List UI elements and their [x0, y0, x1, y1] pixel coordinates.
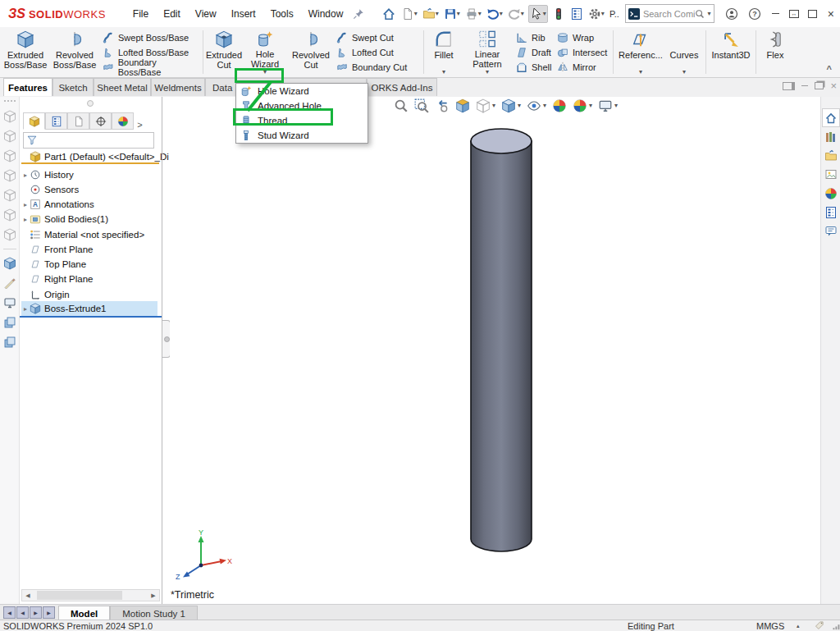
redo-button[interactable]: ▾	[507, 6, 525, 22]
tab-solidworks-add-ins[interactable]: ORKS Add-Ins	[367, 78, 437, 96]
tab-featuremanager-tree[interactable]	[23, 112, 45, 130]
wireframe-cube-icon[interactable]	[3, 130, 16, 143]
chevron-down-icon[interactable]: ▾	[707, 11, 710, 17]
maximize-button[interactable]	[803, 5, 821, 23]
chevron-down-icon[interactable]: ▾	[492, 103, 495, 109]
select-view-cube-icon[interactable]	[3, 257, 16, 270]
chevron-down-icon[interactable]: ▾	[543, 103, 546, 109]
file-explorer-icon[interactable]	[822, 146, 840, 165]
tab-model[interactable]: Model	[58, 606, 110, 620]
extruded-boss-base-button[interactable]: Extruded Boss/Base	[2, 27, 49, 77]
tree-horizontal-scrollbar[interactable]: ◀ ▶	[21, 589, 160, 601]
tree-item-solid-bodies[interactable]: ▸ Solid Bodies(1)	[21, 212, 108, 226]
mirror-button[interactable]: Mirror	[555, 60, 610, 75]
wireframe-cube-icon[interactable]	[3, 189, 16, 202]
design-library-icon[interactable]	[822, 127, 840, 146]
chevron-down-icon[interactable]: ▾	[614, 103, 618, 109]
scroll-right-icon[interactable]: ▶	[148, 592, 159, 599]
wireframe-cube-icon[interactable]	[3, 208, 16, 222]
curves-button[interactable]: Curves ▾	[665, 27, 703, 77]
rollback-bar[interactable]	[20, 316, 162, 318]
login-account-icon[interactable]	[724, 6, 739, 22]
tab-motion-study-1[interactable]: Motion Study 1	[110, 606, 198, 620]
tree-item-front-plane[interactable]: Front Plane	[21, 242, 93, 257]
apply-scene-icon[interactable]: ▾	[573, 98, 592, 113]
document-restore-icon[interactable]	[815, 82, 824, 89]
tab-features[interactable]: Features	[3, 78, 52, 96]
zoom-to-area-icon[interactable]	[414, 98, 429, 113]
task-pane-home-icon[interactable]	[822, 108, 840, 127]
tree-item-origin[interactable]: Origin	[21, 287, 70, 302]
reference-geometry-button[interactable]: Referenc... ▾	[616, 27, 665, 77]
tag-icon[interactable]	[815, 620, 824, 630]
tree-item-boss-extrude1[interactable]: ▸ Boss-Extrude1	[21, 301, 158, 316]
search-commands-box[interactable]: Search Comi ▾	[625, 4, 714, 23]
intersect-button[interactable]: Intersect	[555, 45, 610, 60]
flex-button[interactable]: Flex	[759, 27, 792, 77]
cylinder-model[interactable]	[463, 125, 539, 560]
scrollbar-track[interactable]	[34, 590, 148, 601]
tab-sheet-metal[interactable]: Sheet Metal	[94, 78, 151, 96]
undo-button[interactable]: ▾	[486, 6, 504, 22]
search-input[interactable]: Search Comi	[643, 9, 696, 19]
display-style-icon[interactable]: ▾	[501, 98, 521, 113]
rebuild-traffic-light-icon[interactable]	[551, 6, 566, 22]
expand-arrow-icon[interactable]: ▸	[21, 305, 30, 313]
menu-item-advanced-hole[interactable]: Advanced Hole	[236, 98, 368, 113]
linear-pattern-flyout-arrow[interactable]: ▾	[486, 69, 489, 75]
zoom-to-fit-icon[interactable]	[394, 98, 409, 113]
more-tabs-chevron[interactable]: >	[134, 120, 146, 130]
menu-insert[interactable]: Insert	[224, 5, 263, 23]
print-button[interactable]: ▾	[464, 6, 482, 22]
next-tab-button[interactable]: ▶	[30, 606, 42, 619]
paste-appearance-icon[interactable]	[3, 336, 16, 349]
tree-item-right-plane[interactable]: Right Plane	[21, 272, 93, 286]
chevron-down-icon[interactable]: ▾	[518, 103, 521, 109]
save-button[interactable]: ▾	[443, 6, 461, 22]
panel-resize-handle[interactable]	[87, 100, 94, 107]
chevron-down-icon[interactable]: ▾	[500, 11, 503, 17]
chevron-down-icon[interactable]: ▾	[601, 11, 605, 17]
tree-item-material[interactable]: Material <not specified>	[21, 227, 144, 242]
tab-dimxpert-manager[interactable]	[89, 112, 112, 130]
swept-boss-base-button[interactable]: Swept Boss/Base	[100, 30, 200, 45]
pin-menu-icon[interactable]	[352, 7, 365, 21]
chevron-down-icon[interactable]: ▾	[521, 11, 524, 17]
reference-flyout-arrow[interactable]: ▾	[639, 69, 642, 75]
restore-button[interactable]: ↔	[785, 5, 803, 23]
help-icon[interactable]	[747, 6, 762, 22]
lofted-cut-button[interactable]: Lofted Cut	[334, 45, 421, 60]
tab-sketch[interactable]: Sketch	[52, 78, 94, 96]
wireframe-cube-icon[interactable]	[3, 149, 16, 162]
chevron-down-icon[interactable]: ▾	[543, 11, 546, 17]
wrap-button[interactable]: Wrap	[555, 30, 610, 45]
sketch-pencil-icon[interactable]	[3, 277, 16, 290]
tree-filter-box[interactable]	[23, 132, 154, 149]
last-tab-button[interactable]: ▶	[43, 606, 55, 619]
edit-appearance-icon[interactable]	[552, 98, 567, 113]
tree-item-sensors[interactable]: Sensors	[21, 182, 79, 197]
draft-button[interactable]: Draft	[514, 45, 555, 60]
tab-property-manager[interactable]	[45, 112, 67, 130]
units-selector[interactable]: MMGS	[756, 621, 784, 631]
expand-arrow-icon[interactable]: ▸	[21, 201, 30, 208]
options-gear-icon[interactable]: ▾	[587, 6, 605, 22]
rib-button[interactable]: Rib	[514, 30, 555, 45]
file-properties-button[interactable]	[569, 6, 584, 22]
curves-flyout-arrow[interactable]: ▾	[682, 69, 686, 75]
document-close-icon[interactable]: ×	[830, 80, 837, 92]
revolved-boss-base-button[interactable]: Revolved Boss/Base	[49, 27, 100, 77]
tab-weldments[interactable]: Weldments	[151, 78, 205, 96]
toolbar-grip[interactable]	[4, 100, 16, 102]
revolved-cut-button[interactable]: Revolved Cut	[288, 27, 334, 77]
menu-file[interactable]: File	[126, 5, 156, 23]
previous-view-icon[interactable]	[435, 98, 450, 113]
graphics-viewport[interactable]: ▾ ▾ ▾ ▾ ▾	[170, 97, 820, 604]
menu-item-thread[interactable]: Thread	[236, 113, 368, 128]
scrollbar-thumb[interactable]	[37, 591, 122, 600]
wireframe-cube-icon[interactable]	[3, 110, 16, 123]
tree-item-history[interactable]: ▸ History	[21, 167, 74, 182]
hole-wizard-button[interactable]: Hole Wizard ▾	[242, 27, 288, 77]
shell-button[interactable]: Shell	[514, 60, 555, 75]
menu-tools[interactable]: Tools	[263, 5, 301, 23]
